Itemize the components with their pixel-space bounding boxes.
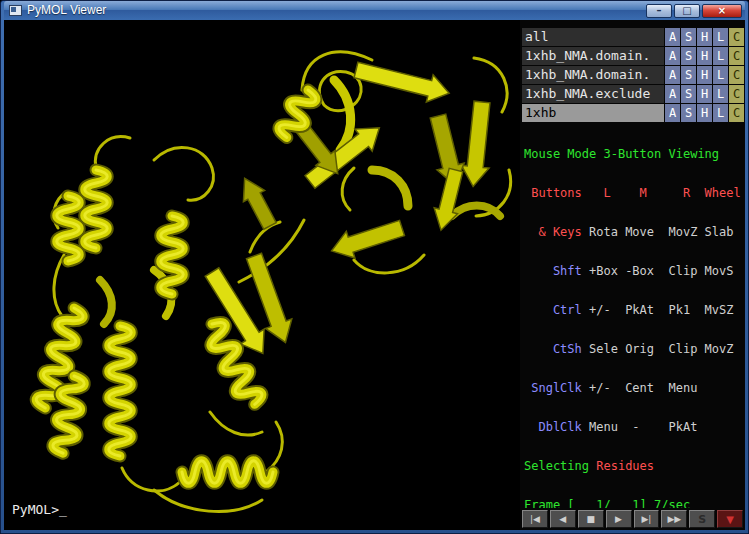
object-buttons: A S H L C (665, 85, 744, 103)
object-show-button[interactable]: S (681, 28, 696, 46)
object-row: 1xhb_NMA.exclude A S H L C (522, 85, 744, 103)
movie-last-button[interactable]: ▶▶ (661, 510, 687, 528)
object-action-button[interactable]: A (665, 85, 680, 103)
movie-first-button[interactable]: |◀ (522, 510, 548, 528)
text-segment: Frame [ 1/ 1] 7/sec (524, 498, 690, 508)
ctsh-line: CtSh Sele Orig Clip MovZ (524, 343, 744, 356)
client-area: PyMOL>_ all A S H L C 1xhb_NMA.domain. (4, 20, 745, 530)
object-name[interactable]: 1xhb_NMA.exclude (522, 85, 664, 103)
object-show-button[interactable]: S (681, 66, 696, 84)
window-title: PyMOL Viewer (27, 1, 106, 20)
object-show-button[interactable]: S (681, 104, 696, 122)
object-label-button[interactable]: L (713, 66, 728, 84)
object-name[interactable]: 1xhb (522, 104, 664, 122)
object-buttons: A S H L C (665, 47, 744, 65)
frame-counter-line: Frame [ 1/ 1] 7/sec (524, 499, 744, 508)
mouse-help-panel: Mouse Mode 3-Button Viewing Buttons L M … (522, 122, 744, 508)
object-color-button[interactable]: C (729, 104, 744, 122)
object-name[interactable]: all (522, 28, 664, 46)
selecting-mode-line[interactable]: Selecting Residues (524, 460, 744, 473)
step-back-icon: ◀ (559, 514, 566, 524)
shift-line: Shft +Box -Box Clip MovS (524, 265, 744, 278)
viewport-3d[interactable]: PyMOL>_ (4, 20, 520, 530)
protein-structure (4, 20, 520, 531)
object-name[interactable]: 1xhb_NMA.domain. (522, 47, 664, 65)
object-hide-button[interactable]: H (697, 66, 712, 84)
triangle-down-icon: ▼ (726, 514, 734, 525)
close-icon: × (718, 5, 726, 16)
object-color-button[interactable]: C (729, 66, 744, 84)
mouse-mode-line[interactable]: Mouse Mode 3-Button Viewing (524, 148, 744, 161)
object-hide-button[interactable]: H (697, 85, 712, 103)
values-segment: Sele Orig Clip MovZ (582, 342, 734, 356)
object-row: 1xhb_NMA.domain. A S H L C (522, 66, 744, 84)
object-action-button[interactable]: A (665, 66, 680, 84)
movie-back-button[interactable]: ◀ (550, 510, 576, 528)
keys-line: & Keys Rota Move MovZ Slab (524, 226, 744, 239)
buttons-header-line: Buttons L M R Wheel (524, 187, 744, 200)
app-icon (9, 5, 22, 16)
doubleclick-line: DblClk Menu - PkAt (524, 421, 744, 434)
object-action-button[interactable]: A (665, 104, 680, 122)
scene-icon: S (698, 513, 706, 526)
object-row: 1xhb_NMA.domain. A S H L C (522, 47, 744, 65)
scene-button[interactable]: S (689, 510, 715, 528)
label-segment: DblClk (524, 420, 582, 434)
object-label-button[interactable]: L (713, 28, 728, 46)
object-label-button[interactable]: L (713, 104, 728, 122)
label-segment: Shft (524, 264, 582, 278)
values-segment: +/- Cent Menu (582, 381, 698, 395)
step-forward-icon: ▶| (641, 514, 651, 524)
maximize-button[interactable]: □ (674, 4, 700, 18)
skip-to-end-icon: ▶▶ (667, 514, 681, 524)
skip-to-start-icon: |◀ (530, 514, 540, 524)
object-buttons: A S H L C (665, 28, 744, 46)
object-color-button[interactable]: C (729, 47, 744, 65)
window-controls: – □ × (646, 4, 742, 18)
values-segment: Menu - PkAt (582, 420, 698, 434)
object-show-button[interactable]: S (681, 85, 696, 103)
maximize-icon: □ (682, 5, 691, 16)
movie-forward-button[interactable]: ▶| (634, 510, 660, 528)
values-segment: +/- PkAt Pk1 MvSZ (582, 303, 734, 317)
values-segment: Rota Move MovZ Slab (582, 225, 734, 239)
play-icon: ▶ (615, 514, 622, 524)
object-label-button[interactable]: L (713, 85, 728, 103)
label-segment: SnglClk (524, 381, 582, 395)
command-prompt[interactable]: PyMOL>_ (12, 502, 67, 517)
ctrl-line: Ctrl +/- PkAt Pk1 MvSZ (524, 304, 744, 317)
object-color-button[interactable]: C (729, 28, 744, 46)
values-segment: +Box -Box Clip MovS (582, 264, 734, 278)
object-color-button[interactable]: C (729, 85, 744, 103)
object-label-button[interactable]: L (713, 47, 728, 65)
object-action-button[interactable]: A (665, 47, 680, 65)
control-panel: all A S H L C 1xhb_NMA.domain. A S H (520, 20, 745, 530)
values-segment: Residues (596, 459, 654, 473)
close-button[interactable]: × (702, 4, 742, 18)
object-hide-button[interactable]: H (697, 104, 712, 122)
object-hide-button[interactable]: H (697, 28, 712, 46)
object-hide-button[interactable]: H (697, 47, 712, 65)
stop-icon: ■ (586, 514, 595, 524)
singleclick-line: SnglClk +/- Cent Menu (524, 382, 744, 395)
movie-play-button[interactable]: ▶ (606, 510, 632, 528)
object-action-button[interactable]: A (665, 28, 680, 46)
minimize-icon: – (657, 5, 662, 16)
object-row: all A S H L C (522, 28, 744, 46)
object-list: all A S H L C 1xhb_NMA.domain. A S H (522, 28, 744, 122)
movie-stop-button[interactable]: ■ (578, 510, 604, 528)
label-segment: CtSh (524, 342, 582, 356)
object-buttons: A S H L C (665, 66, 744, 84)
object-name[interactable]: 1xhb_NMA.domain. (522, 66, 664, 84)
label-segment: Ctrl (524, 303, 582, 317)
object-buttons: A S H L C (665, 104, 744, 122)
label-segment: Selecting (524, 459, 596, 473)
minimize-button[interactable]: – (646, 4, 672, 18)
pymol-window: PyMOL Viewer – □ × (0, 0, 749, 534)
movie-controls: |◀ ◀ ■ ▶ ▶| ▶▶ S ▼ (522, 508, 744, 529)
label-segment: & Keys (524, 225, 582, 239)
titlebar[interactable]: PyMOL Viewer – □ × (4, 1, 745, 20)
panel-toggle-button[interactable]: ▼ (717, 510, 743, 528)
text-segment: Mouse Mode 3-Button Viewing (524, 147, 719, 161)
object-show-button[interactable]: S (681, 47, 696, 65)
